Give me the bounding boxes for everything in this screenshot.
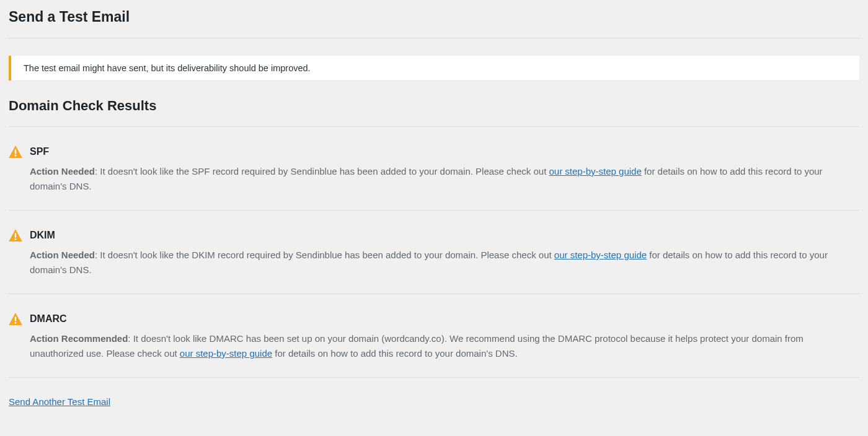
svg-point-5 [15, 322, 17, 324]
action-label: Action Needed [30, 166, 95, 177]
description-after: for details on how to add this record to… [272, 348, 518, 359]
warning-icon [9, 313, 22, 325]
result-item-dmarc: DMARC Action Recommended: It doesn't loo… [9, 294, 859, 377]
guide-link[interactable]: our step-by-step guide [180, 348, 272, 359]
result-header: DKIM [9, 229, 859, 242]
divider [9, 38, 859, 38]
result-item-dkim: DKIM Action Needed: It doesn't look like… [9, 210, 859, 294]
warning-icon [9, 146, 22, 158]
svg-point-3 [15, 238, 17, 240]
action-label: Action Needed [30, 250, 95, 260]
result-description: Action Recommended: It doesn't look like… [9, 331, 859, 361]
result-item-spf: SPF Action Needed: It doesn't look like … [9, 126, 859, 210]
svg-point-1 [15, 155, 17, 157]
svg-rect-0 [15, 149, 16, 154]
results-heading: Domain Check Results [9, 98, 859, 114]
guide-link[interactable]: our step-by-step guide [549, 166, 642, 177]
guide-link[interactable]: our step-by-step guide [554, 250, 647, 260]
description-before: : It doesn't look like the SPF record re… [95, 166, 549, 177]
result-header: SPF [9, 146, 859, 158]
action-label: Action Recommended [30, 333, 128, 344]
alert-message: The test email might have sent, but its … [24, 63, 311, 73]
result-description: Action Needed: It doesn't look like the … [9, 248, 859, 277]
send-another-link[interactable]: Send Another Test Email [9, 396, 110, 407]
deliverability-alert: The test email might have sent, but its … [9, 56, 859, 81]
description-before: : It doesn't look like the DKIM record r… [95, 250, 554, 260]
page-title: Send a Test Email [9, 9, 859, 25]
warning-icon [9, 229, 22, 242]
result-description: Action Needed: It doesn't look like the … [9, 164, 859, 194]
result-name: SPF [30, 146, 49, 157]
svg-rect-2 [15, 233, 16, 237]
result-name: DMARC [30, 313, 67, 325]
svg-rect-4 [15, 316, 16, 321]
footer-area: Send Another Test Email [9, 377, 859, 408]
result-name: DKIM [30, 230, 55, 241]
result-header: DMARC [9, 313, 859, 325]
